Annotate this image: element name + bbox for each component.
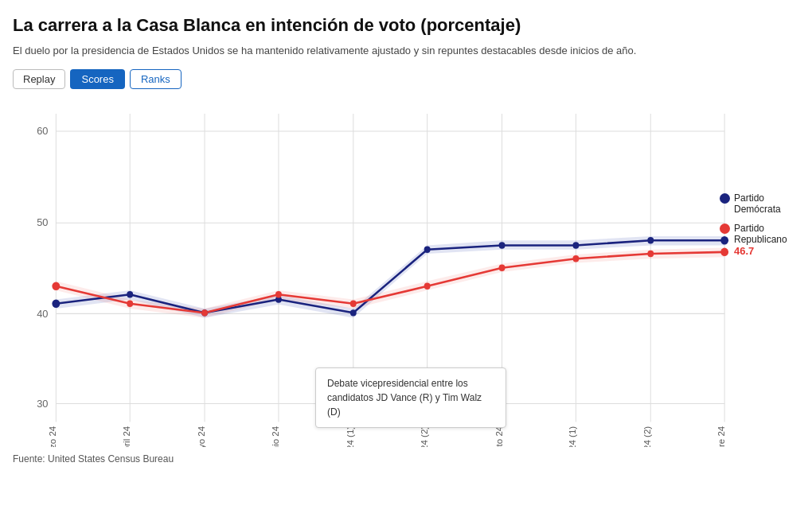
svg-point-31: [127, 291, 133, 297]
svg-text:Octubre 24: Octubre 24: [716, 426, 726, 447]
svg-point-37: [572, 242, 579, 248]
tab-ranks[interactable]: Ranks: [130, 69, 182, 89]
tab-bar: Replay Scores Ranks: [13, 69, 799, 89]
svg-text:40: 40: [37, 307, 48, 319]
legend-democrat: Partido Demócrata: [720, 192, 799, 215]
subtitle: El duelo por la presidencia de Estados U…: [13, 44, 799, 58]
svg-text:Julio 24 (1): Julio 24 (1): [345, 426, 355, 446]
svg-point-47: [572, 255, 579, 262]
svg-point-40: [52, 282, 60, 290]
republican-value: 46.7: [734, 245, 799, 257]
page-title: La carrera a la Casa Blanca en intención…: [13, 14, 799, 37]
tab-replay[interactable]: Replay: [13, 69, 65, 89]
footer: Fuente: United States Census Bureau: [13, 453, 799, 465]
svg-text:Setiembre 24 (1): Setiembre 24 (1): [568, 426, 578, 446]
svg-point-36: [499, 242, 506, 248]
svg-point-42: [201, 309, 208, 316]
svg-point-41: [127, 300, 133, 306]
legend: Partido Demócrata Partido Republicano 46…: [720, 192, 799, 257]
republican-info: Partido Republicano 46.7: [734, 223, 799, 257]
svg-text:Abril 24: Abril 24: [123, 426, 132, 447]
democrat-label: Partido Demócrata: [734, 192, 799, 215]
republican-dot: [720, 224, 730, 234]
svg-point-35: [424, 246, 431, 252]
svg-point-46: [499, 264, 506, 270]
svg-point-45: [424, 282, 431, 289]
legend-republican: Partido Republicano 46.7: [720, 223, 799, 257]
democrat-dot: [720, 193, 730, 204]
svg-text:30: 30: [37, 397, 48, 409]
svg-point-30: [52, 299, 60, 307]
svg-text:Julio 24 (2): Julio 24 (2): [420, 426, 429, 446]
svg-point-38: [647, 237, 654, 243]
svg-text:Setiembre 24 (2): Setiembre 24 (2): [643, 426, 653, 446]
svg-point-43: [275, 291, 282, 297]
svg-text:Mayo 24: Mayo 24: [197, 426, 206, 447]
svg-point-48: [647, 251, 654, 257]
chart-area: 60 50 40 30 Marzo 24 Abril 24 Mayo 24 Ju…: [13, 97, 799, 447]
svg-text:Junio 24: Junio 24: [271, 426, 280, 447]
svg-text:Agosto 24: Agosto 24: [494, 426, 504, 447]
svg-point-34: [350, 309, 357, 316]
republican-label: Partido Republicano: [734, 223, 799, 245]
svg-text:50: 50: [37, 216, 48, 228]
svg-point-44: [350, 300, 357, 306]
svg-text:60: 60: [37, 125, 48, 137]
svg-text:Marzo 24: Marzo 24: [49, 426, 58, 447]
tab-scores[interactable]: Scores: [70, 69, 124, 89]
